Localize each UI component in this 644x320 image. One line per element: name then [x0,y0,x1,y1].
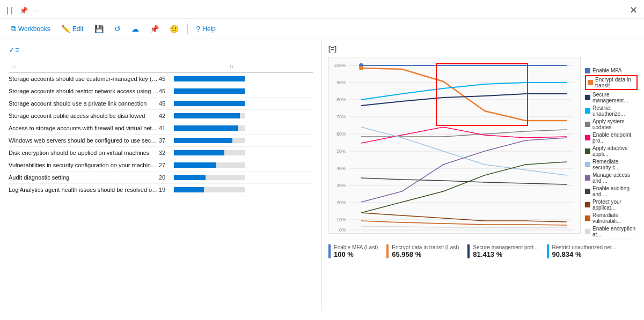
legend-dot [588,80,593,85]
legend-item[interactable]: Secure management... [585,92,638,103]
legend-item[interactable]: Enable encryption at... [585,226,638,237]
row-count-num: 45 [159,88,171,94]
footer-text: Secure management port... 81.413 % [473,244,538,258]
bar-container [174,162,245,168]
row-count-num: 45 [159,76,171,82]
table-row: Vulnerabilities in security configuratio… [9,159,313,172]
footer-label: Secure management port... [473,244,538,250]
main-content: ✓≡ ↑↓ ↑↓ Storage accounts should use cus… [0,39,644,311]
toolbar-help[interactable]: ? Help [192,23,220,35]
row-name: Vulnerabilities in security configuratio… [9,162,159,168]
left-panel: ✓≡ ↑↓ ↑↓ Storage accounts should use cus… [0,39,322,311]
toolbar-pin[interactable]: 📌 [145,23,163,35]
bar-container [174,76,245,81]
legend-item[interactable]: Enable auditing and ... [585,185,638,197]
bar-container [174,187,245,192]
svg-text:60%: 60% [336,131,346,137]
legend-item[interactable]: Apply adaptive appli... [585,145,638,157]
legend-text: Secure management... [592,92,638,103]
row-count-num: 42 [159,113,171,119]
refresh-icon: ↺ [114,25,121,33]
row-name: Audit diagnostic setting [9,174,159,181]
bar-fill [174,175,206,180]
legend-item[interactable]: Remediate security c... [585,159,638,170]
bar-container [174,175,245,180]
legend-dot [585,162,590,167]
bar-container [174,88,245,94]
legend-dot [585,229,590,234]
row-count-cell: 41 [159,125,245,131]
legend-dot [585,148,590,154]
table-row: Windows web servers should be configured… [9,135,313,147]
table-row: Disk encryption should be applied on vir… [9,147,313,159]
row-name: Windows web servers should be configured… [9,137,159,144]
col-count-header: ↑↓ [227,64,313,69]
legend-dot [585,202,590,207]
pin-icon[interactable]: 📌 [19,6,28,14]
toolbar-smiley[interactable]: 🙂 [165,23,183,35]
legend-dot [585,108,590,114]
row-count-cell: 45 [159,100,245,107]
footer-bar [386,244,389,258]
cloud-icon: ☁ [131,25,139,33]
legend-item[interactable]: Enable MFA [585,68,638,73]
legend-dot [585,95,590,100]
toolbar-workbooks[interactable]: ⧉ Workbooks [6,22,55,35]
app-title: | | 📌 ··· [6,5,38,14]
row-name: Storage accounts should restrict network… [9,88,159,94]
legend-item[interactable]: Remediate vulnerabili... [585,212,638,224]
row-name: Storage account public access should be … [9,113,159,119]
row-count-num: 32 [159,150,171,156]
toolbar-edit[interactable]: ✏️ Edit [57,23,88,35]
legend-item[interactable]: Encrypt data in transit [585,75,638,90]
svg-text:0%: 0% [339,227,346,233]
bar-container [174,150,245,155]
toolbar-save[interactable]: 💾 [90,23,108,35]
legend-dot [585,189,590,194]
legend-text: Encrypt data in transit [595,77,635,88]
more-icon[interactable]: ··· [32,6,38,14]
bar-fill [174,187,204,192]
bar-container [174,138,245,143]
sort-count-icon[interactable]: ↑↓ [229,64,234,69]
legend-item[interactable]: Restrict unauthorize... [585,105,638,117]
bar-container [174,101,245,106]
svg-text:90%: 90% [336,80,346,85]
chart-area: 100% 90% 80% 70% 60% 50% 40% 30% 20% 10%… [328,57,638,237]
legend-item[interactable]: Enable endpoint pro... [585,132,638,144]
help-label: Help [202,25,216,33]
table-row: Storage accounts should restrict network… [9,85,313,98]
separator: | [6,5,11,14]
legend-item[interactable]: Protect your applicat... [585,199,638,211]
toolbar-refresh[interactable]: ↺ [110,23,125,35]
footer-value: 81.413 % [473,250,538,258]
help-icon: ? [196,25,201,33]
svg-text:70%: 70% [336,114,346,120]
table-row: Storage accounts should use customer-man… [9,73,313,85]
toolbar: ⧉ Workbooks ✏️ Edit 💾 ↺ ☁ 📌 🙂 ? Help [0,19,644,39]
legend-text: Protect your applicat... [592,199,638,211]
bar-fill [174,138,232,143]
chart-svg-container: 100% 90% 80% 70% 60% 50% 40% 30% 20% 10%… [328,57,581,237]
close-button[interactable]: ✕ [630,4,638,16]
row-count-num: 27 [159,162,171,168]
toolbar-cloud[interactable]: ☁ [127,23,143,35]
table-header: ↑↓ ↑↓ [9,61,313,73]
line-chart: 100% 90% 80% 70% 60% 50% 40% 30% 20% 10%… [328,57,581,234]
smiley-icon: 🙂 [170,25,179,33]
legend-item[interactable]: Manage access and ... [585,172,638,184]
legend-text: Enable auditing and ... [592,185,638,197]
legend-dot [585,175,590,181]
edit-label: Edit [72,25,84,33]
sort-name-icon[interactable]: ↑↓ [11,64,16,69]
row-count-num: 20 [159,174,171,181]
legend-text: Restrict unauthorize... [592,105,638,117]
row-name: Storage account should use a private lin… [9,100,159,107]
footer-value: 100 % [334,250,378,258]
bar-fill [174,76,245,81]
col-name-header: ↑↓ [9,64,227,69]
chart-icon: [=] [328,45,336,53]
row-name: Disk encryption should be applied on vir… [9,150,159,156]
row-name: Log Analytics agent health issues should… [9,187,159,193]
legend-item[interactable]: Apply system updates [585,118,638,130]
